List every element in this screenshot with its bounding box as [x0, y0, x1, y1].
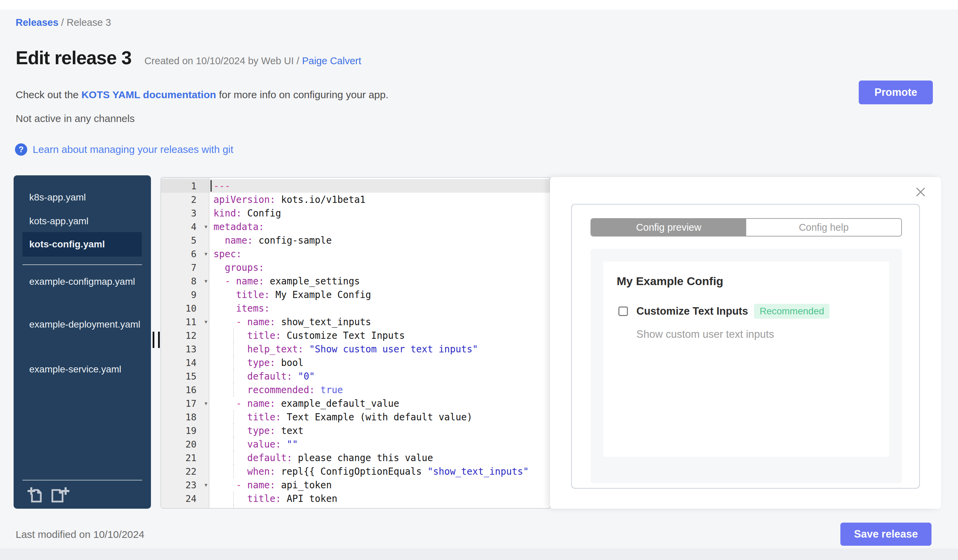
add-file-icon[interactable]	[26, 485, 45, 504]
code-line-24[interactable]: 24 title: API token	[161, 492, 550, 505]
indent-guide	[233, 437, 234, 451]
line-number: 10	[185, 303, 209, 314]
indent-guide	[233, 356, 234, 369]
sidebar-file-kots-app.yaml[interactable]: kots-app.yaml	[29, 213, 143, 230]
sidebar-resize-handle[interactable]	[153, 332, 160, 348]
code-line-5[interactable]: 5 name: config-sample	[161, 233, 550, 247]
code-line-11[interactable]: 11▾ - name: show_text_inputs	[161, 315, 550, 329]
title-row: Edit release 3 Created on 10/10/2024 by …	[16, 47, 362, 69]
line-number: 15	[185, 371, 209, 381]
sidebar-file-k8s-app.yaml[interactable]: k8s-app.yaml	[29, 189, 143, 206]
docs-line: Check out the KOTS YAML documentation fo…	[16, 89, 389, 101]
code-line-17[interactable]: 17▾ - name: example_default_value	[161, 397, 550, 410]
promote-button[interactable]: Promote	[859, 81, 933, 104]
indent-guide	[233, 505, 234, 509]
breadcrumb-releases-link[interactable]: Releases	[16, 17, 59, 28]
line-number: 18	[185, 412, 209, 422]
yaml-editor[interactable]: 1---2apiVersion: kots.io/v1beta13kind: C…	[160, 177, 551, 509]
code-line-23[interactable]: 23▾ - name: api_token	[161, 478, 550, 492]
line-number: 13	[185, 344, 209, 354]
code-line-22[interactable]: 22 when: repl{{ ConfigOptionEquals "show…	[161, 465, 550, 478]
line-number: 2	[191, 195, 209, 205]
code-lines: 1---2apiVersion: kots.io/v1beta13kind: C…	[161, 178, 550, 509]
code-line-21[interactable]: 21 default: please change this value	[161, 451, 550, 465]
code-line-19[interactable]: 19 type: text	[161, 424, 550, 437]
line-number: 20	[185, 439, 209, 449]
code-line-25[interactable]: 25 type: password	[161, 505, 550, 509]
preview-tab-group: Config preview Config help	[590, 218, 902, 237]
code-line-10[interactable]: 10 items:	[161, 301, 550, 315]
code-line-12[interactable]: 12 title: Customize Text Inputs	[161, 329, 550, 342]
code-line-9[interactable]: 9 title: My Example Config	[161, 288, 550, 301]
config-group-card: My Example Config Customize Text Inputs …	[603, 262, 889, 457]
sidebar-file-example-service.yaml[interactable]: example-service.yaml	[29, 361, 143, 378]
question-mark-icon: ?	[15, 143, 27, 156]
code-line-6[interactable]: 6▾spec:	[161, 247, 550, 261]
sidebar-file-example-deployment.yaml[interactable]: example-deployment.yaml	[29, 316, 143, 333]
line-number: 22	[185, 466, 209, 477]
config-item-help-text: Show custom user text inputs	[636, 328, 774, 340]
config-item-label: Customize Text Inputs	[636, 305, 748, 317]
docs-text-after: for more info on configuring your app.	[216, 89, 389, 100]
line-number: 7	[191, 262, 209, 273]
indent-guide	[233, 383, 234, 397]
new-file-icon[interactable]	[49, 485, 70, 504]
line-number: 9	[191, 289, 209, 300]
fold-arrow-icon[interactable]: ▾	[204, 278, 207, 285]
config-group-title: My Example Config	[617, 275, 723, 288]
file-sidebar: k8s-app.yamlkots-app.yamlkots-config.yam…	[14, 176, 151, 509]
code-line-13[interactable]: 13 help_text: "Show custom user text inp…	[161, 342, 550, 356]
sidebar-actions	[26, 485, 70, 504]
fold-arrow-icon[interactable]: ▾	[204, 250, 207, 257]
indent-guide	[233, 424, 234, 437]
code-line-4[interactable]: 4▾metadata:	[161, 220, 550, 233]
tab-config-preview[interactable]: Config preview	[591, 219, 746, 236]
breadcrumb: Releases / Release 3	[16, 17, 111, 28]
line-number: 1	[191, 181, 209, 191]
sidebar-divider-bottom	[22, 480, 142, 481]
fold-arrow-icon[interactable]: ▾	[204, 223, 207, 230]
kots-yaml-docs-link[interactable]: KOTS YAML documentation	[81, 89, 216, 100]
edit-release-page: Releases / Release 3 Edit release 3 Crea…	[0, 0, 958, 560]
sidebar-file-example-configmap.yaml[interactable]: example-configmap.yaml	[29, 273, 143, 290]
code-line-1[interactable]: 1---	[161, 179, 550, 193]
code-line-8[interactable]: 8▾ - name: example_settings	[161, 274, 550, 288]
created-by-link[interactable]: Paige Calvert	[302, 55, 361, 66]
code-line-2[interactable]: 2apiVersion: kots.io/v1beta1	[161, 193, 550, 206]
line-number: 3	[191, 208, 209, 218]
git-help-row: ? Learn about managing your releases wit…	[15, 143, 233, 156]
close-icon[interactable]	[915, 186, 927, 198]
code-line-7[interactable]: 7 groups:	[161, 261, 550, 274]
channel-status: Not active in any channels	[16, 113, 135, 124]
save-release-button[interactable]: Save release	[841, 523, 931, 546]
code-line-14[interactable]: 14 type: bool	[161, 356, 550, 369]
breadcrumb-current: Release 3	[67, 17, 111, 28]
code-line-18[interactable]: 18 title: Text Example (with default val…	[161, 410, 550, 424]
bottom-band	[0, 549, 958, 560]
code-line-15[interactable]: 15 default: "0"	[161, 369, 550, 383]
recommended-badge: Recommended	[754, 304, 830, 319]
tab-config-help[interactable]: Config help	[746, 219, 901, 236]
line-number: 5	[191, 235, 209, 246]
breadcrumb-separator: /	[59, 17, 67, 28]
top-strip	[0, 0, 958, 9]
fold-arrow-icon[interactable]: ▾	[204, 481, 207, 488]
last-modified-text: Last modified on 10/10/2024	[16, 529, 144, 540]
indent-guide	[233, 451, 234, 465]
fold-arrow-icon[interactable]: ▾	[204, 318, 207, 325]
code-line-16[interactable]: 16 recommended: true	[161, 383, 550, 397]
config-preview-pane: Config preview Config help My Example Co…	[550, 177, 941, 509]
code-line-3[interactable]: 3kind: Config	[161, 206, 550, 220]
sidebar-file-kots-config.yaml[interactable]: kots-config.yaml	[22, 232, 142, 256]
line-number: 12	[185, 330, 209, 341]
line-number: 16	[185, 384, 209, 395]
code-line-20[interactable]: 20 value: ""	[161, 437, 550, 451]
fold-arrow-icon[interactable]: ▾	[204, 400, 207, 407]
indent-guide	[233, 342, 234, 356]
docs-text-before: Check out the	[16, 89, 81, 100]
git-releases-help-link[interactable]: Learn about managing your releases with …	[33, 144, 233, 155]
customize-text-inputs-checkbox[interactable]	[619, 307, 628, 316]
indent-guide	[233, 410, 234, 424]
line-number: 14	[185, 358, 209, 368]
indent-guide	[233, 369, 234, 383]
